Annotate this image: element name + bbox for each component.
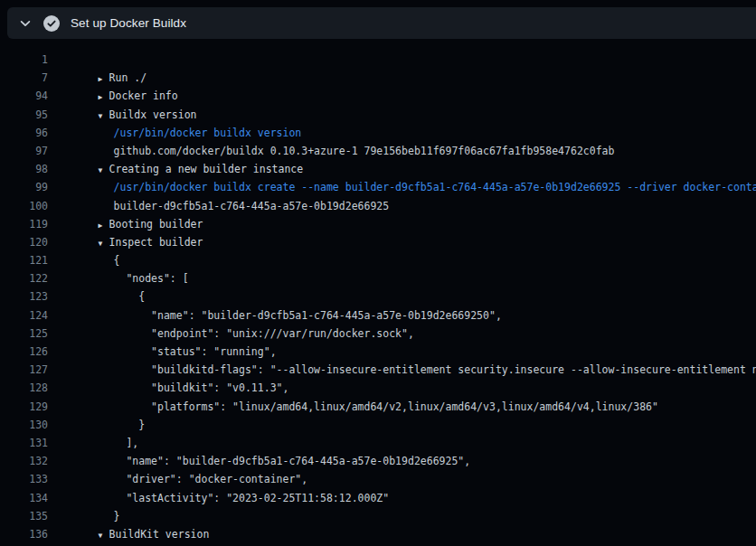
log-area: 1 ▶Run ./ 7 ▶Docker info 94 ▼Buildx vers… <box>0 39 756 546</box>
line-number[interactable]: 130 <box>0 416 48 434</box>
line-number[interactable]: 134 <box>0 489 48 507</box>
log-row: 133 "lastActivity": "2023-02-25T11:58:12… <box>0 470 756 488</box>
line-number[interactable]: 96 <box>0 124 48 142</box>
log-row: 7 ▶Docker info <box>0 69 756 87</box>
log-row: 95 /usr/bin/docker buildx version <box>0 106 756 124</box>
line-number[interactable]: 123 <box>0 287 48 306</box>
log-row: 122 { <box>0 269 756 287</box>
log-row: 128 "platforms": "linux/amd64,linux/amd6… <box>0 379 756 397</box>
line-number[interactable]: 131 <box>0 434 48 452</box>
step-header[interactable]: Set up Docker Buildx <box>7 7 756 39</box>
line-number[interactable]: 132 <box>0 452 48 470</box>
log-row: 96 github.com/docker/buildx 0.10.3+azure… <box>0 124 756 142</box>
line-number[interactable]: 97 <box>0 142 48 160</box>
step-title: Set up Docker Buildx <box>71 16 186 30</box>
line-number[interactable]: 124 <box>0 306 48 325</box>
log-row: 121 "nodes": [ <box>0 251 756 269</box>
line-number[interactable]: 129 <box>0 398 48 416</box>
line-number[interactable]: 128 <box>0 379 48 397</box>
line-number[interactable]: 122 <box>0 269 48 287</box>
line-number[interactable]: 99 <box>0 178 48 196</box>
chevron-down-icon[interactable] <box>18 16 33 31</box>
line-number[interactable]: 98 <box>0 160 48 178</box>
log-row: 136 builder-d9cfb5a1-c764-445a-a57e-0b19… <box>0 525 756 543</box>
line-number[interactable]: 127 <box>0 361 48 379</box>
log-row: 98 /usr/bin/docker buildx create --name … <box>0 160 756 178</box>
log-row-body: builder-d9cfb5a1-c764-445a-a57e-0b19d2e6… <box>48 525 451 546</box>
log-row: 120 { <box>0 233 756 251</box>
line-number[interactable]: 94 <box>0 87 48 105</box>
log-row: 123 "name": "builder-d9cfb5a1-c764-445a-… <box>0 287 756 306</box>
line-number[interactable]: 133 <box>0 470 48 488</box>
log-row: 94 ▼Buildx version <box>0 87 756 105</box>
line-number[interactable]: 135 <box>0 507 48 525</box>
line-number[interactable]: 95 <box>0 106 48 124</box>
line-number[interactable]: 126 <box>0 343 48 361</box>
log-row: 131 "name": "builder-d9cfb5a1-c764-445a-… <box>0 434 756 452</box>
line-number[interactable]: 136 <box>0 525 48 543</box>
log-row: 126 "buildkitd-flags": "--allow-insecure… <box>0 343 756 361</box>
log-text: "lastActivity": "2023-02-25T11:58:12.000… <box>114 492 390 504</box>
line-number[interactable]: 7 <box>0 69 48 87</box>
line-number[interactable]: 100 <box>0 197 48 215</box>
check-circle-icon <box>43 15 60 32</box>
log-text: "platforms": "linux/amd64,linux/amd64/v2… <box>114 400 658 413</box>
line-number[interactable]: 125 <box>0 325 48 343</box>
log-row: 124 "endpoint": "unix:///var/run/docker.… <box>0 306 756 325</box>
line-number[interactable]: 1 <box>0 51 48 69</box>
log-text: Inspect builder <box>109 236 203 249</box>
log-row: 1 ▶Run ./ <box>0 51 756 69</box>
line-number[interactable]: 121 <box>0 251 48 269</box>
line-number[interactable]: 120 <box>0 233 48 251</box>
line-number[interactable]: 119 <box>0 215 48 233</box>
